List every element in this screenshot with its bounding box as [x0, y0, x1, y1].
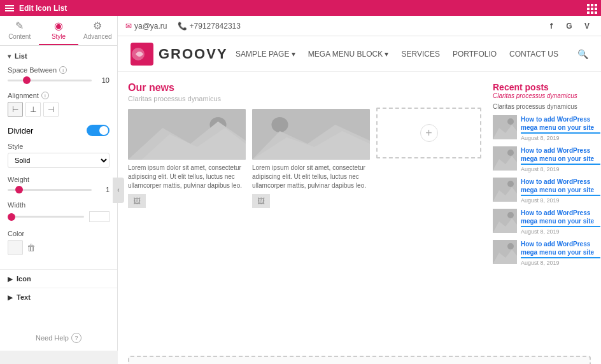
post-info-3: How to add WordPress mega menu on your s… [521, 209, 600, 235]
color-delete-icon[interactable]: 🗑 [27, 242, 36, 253]
news-title: Our news [128, 82, 370, 94]
width-slider[interactable] [8, 216, 84, 218]
news-image-2 [252, 109, 370, 160]
drag-zone: + ⊞ Drag widget here [128, 356, 591, 364]
preview-navbar: GROOVY SAMPLE PAGE ▾ MEGA MENU BLOCK ▾ S… [118, 36, 601, 72]
style-select[interactable]: Solid Dashed Dotted [8, 153, 110, 168]
tab-style[interactable]: ◉ Style [39, 16, 78, 45]
color-field: Color 🗑 [8, 230, 110, 255]
space-between-info-icon: i [59, 66, 67, 74]
post-date-1: August 8, 2019 [521, 166, 600, 172]
post-thumb-1 [493, 146, 517, 171]
news-card-icon-2: 🖼 [257, 197, 265, 206]
divider-toggle[interactable] [87, 125, 110, 136]
post-link-1[interactable]: How to add WordPress mega menu on your s… [521, 146, 600, 165]
divider-field: Divider [8, 125, 110, 136]
recent-posts-section: Recent posts Claritas processus dynamicu… [488, 82, 601, 340]
sidebar-collapse-button[interactable]: ‹ [113, 178, 124, 203]
news-text-2: Lorem ipsum dolor sit amet, consectetur … [252, 164, 370, 190]
weight-field: Weight 1 [8, 176, 110, 193]
svg-point-22 [507, 243, 514, 249]
posts-intro: Claritas processus dynamicus [493, 103, 600, 110]
add-widget-button[interactable]: + [420, 124, 438, 142]
news-section: Our news Claritas processus dynamicus [128, 82, 370, 340]
hamburger-icon[interactable] [5, 5, 14, 11]
phone-item: 📞 +79127842313 [178, 22, 241, 31]
sidebar-tabs: ✎ Content ◉ Style ⚙ Advanced [0, 16, 117, 46]
email-item: ✉ ya@ya.ru [125, 22, 167, 31]
weight-slider[interactable] [8, 189, 92, 191]
style-tab-icon: ◉ [54, 20, 63, 32]
news-card-2: Lorem ipsum dolor sit amet, consectetur … [252, 109, 370, 208]
add-widget-area: + [370, 82, 488, 340]
vimeo-icon[interactable]: V [581, 20, 593, 32]
align-left-button[interactable]: ⊢ [8, 102, 23, 117]
style-field: Style Solid Dashed Dotted [8, 143, 110, 168]
icon-section: ▶ Icon [0, 269, 117, 288]
post-item-0: How to add WordPress mega menu on your s… [493, 115, 600, 141]
space-between-value: 10 [97, 76, 110, 84]
advanced-tab-icon: ⚙ [93, 20, 102, 32]
post-item-2: How to add WordPress mega menu on your s… [493, 178, 600, 204]
list-arrow-icon: ▾ [8, 53, 11, 60]
list-section-header[interactable]: ▾ List [8, 52, 110, 60]
post-item-1: How to add WordPress mega menu on your s… [493, 146, 600, 172]
nav-sample-page[interactable]: SAMPLE PAGE ▾ [236, 50, 295, 59]
post-thumb-0 [493, 115, 517, 139]
svg-point-6 [271, 117, 288, 132]
post-link-4[interactable]: How to add WordPress mega menu on your s… [521, 240, 600, 258]
post-thumb-2 [493, 178, 517, 202]
posts-list: How to add WordPress mega menu on your s… [493, 115, 600, 266]
align-right-button[interactable]: ⊣ [43, 102, 59, 117]
posts-title: Recent posts [493, 82, 600, 92]
post-date-3: August 8, 2019 [521, 228, 600, 235]
sidebar: ✎ Content ◉ Style ⚙ Advanced ▾ List [0, 16, 118, 351]
color-swatch[interactable] [8, 240, 23, 255]
space-between-slider[interactable] [8, 80, 92, 81]
svg-point-10 [507, 118, 514, 125]
color-row: 🗑 [8, 240, 110, 255]
post-date-0: August 8, 2019 [521, 135, 600, 141]
add-widget-box[interactable]: + [376, 108, 481, 158]
top-bar-title: Edit Icon List [19, 4, 67, 13]
width-field: Width [8, 201, 110, 222]
news-image-1 [128, 109, 246, 160]
post-thumb-3 [493, 209, 517, 233]
nav-contact-us[interactable]: CONTACT US [509, 50, 558, 59]
news-card-1: Lorem ipsum dolor sit amet, consectetur … [128, 109, 246, 208]
post-info-1: How to add WordPress mega menu on your s… [521, 146, 600, 172]
logo-icon [131, 43, 153, 66]
weight-value: 1 [97, 186, 110, 193]
preview-content: GROOVY SAMPLE PAGE ▾ MEGA MENU BLOCK ▾ S… [118, 36, 601, 364]
post-info-4: How to add WordPress mega menu on your s… [521, 240, 600, 266]
nav-portfolio[interactable]: PORTFOLIO [453, 50, 497, 59]
width-value-input[interactable] [89, 211, 110, 222]
nav-links: SAMPLE PAGE ▾ MEGA MENU BLOCK ▾ SERVICES… [236, 49, 588, 59]
icon-section-header[interactable]: ▶ Icon [0, 270, 117, 288]
google-icon[interactable]: G [563, 20, 576, 32]
news-cards: Lorem ipsum dolor sit amet, consectetur … [128, 109, 370, 208]
news-text-1: Lorem ipsum dolor sit amet, consectetur … [128, 164, 246, 190]
help-icon[interactable]: ? [71, 333, 81, 343]
logo-area: GROOVY [131, 43, 228, 66]
tab-content[interactable]: ✎ Content [0, 16, 39, 45]
post-date-2: August 8, 2019 [521, 197, 600, 204]
facebook-icon[interactable]: f [545, 20, 558, 32]
post-link-2[interactable]: How to add WordPress mega menu on your s… [521, 178, 600, 196]
posts-subtitle: Claritas processus dynamicus [493, 92, 600, 99]
nav-services[interactable]: SERVICES [402, 50, 440, 59]
text-section-header[interactable]: ▶ Text [0, 288, 117, 306]
post-date-4: August 8, 2019 [521, 260, 600, 266]
content-area: ✉ ya@ya.ru 📞 +79127842313 f G V [118, 16, 601, 364]
nav-mega-menu[interactable]: MEGA MENU BLOCK ▾ [308, 50, 389, 59]
search-icon[interactable]: 🔍 [577, 49, 588, 59]
content-tab-icon: ✎ [15, 20, 24, 32]
grid-icon[interactable] [587, 4, 596, 13]
page-sections: Our news Claritas processus dynamicus [118, 72, 601, 351]
post-link-0[interactable]: How to add WordPress mega menu on your s… [521, 115, 600, 134]
post-info-2: How to add WordPress mega menu on your s… [521, 178, 600, 204]
post-link-3[interactable]: How to add WordPress mega menu on your s… [521, 209, 600, 227]
alignment-field: Alignment i ⊢ ⊥ ⊣ [8, 92, 110, 117]
tab-advanced[interactable]: ⚙ Advanced [78, 16, 117, 45]
align-center-button[interactable]: ⊥ [25, 102, 41, 117]
